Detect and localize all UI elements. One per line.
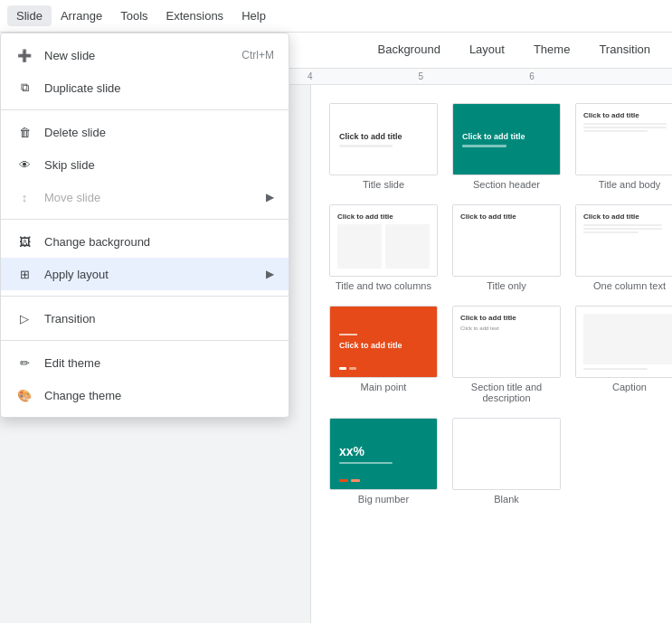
layout-thumb-title-slide: Click to add title <box>329 103 438 175</box>
menu-help[interactable]: Help <box>232 5 275 26</box>
theme-button[interactable]: Theme <box>519 37 584 63</box>
change-background-icon: 🖼 <box>15 232 33 250</box>
layout-label-caption: Caption <box>612 382 647 392</box>
apply-layout-label: Apply layout <box>44 268 255 281</box>
divider-1 <box>1 109 289 110</box>
thumb-big-number-text: xx% <box>339 444 428 458</box>
menu-item-duplicate-slide[interactable]: ⧉ Duplicate slide <box>1 71 289 104</box>
new-slide-shortcut: Ctrl+M <box>241 49 274 61</box>
menu-arrange[interactable]: Arrange <box>52 5 111 26</box>
change-theme-label: Change theme <box>44 389 274 402</box>
thumb-section-sub <box>462 145 506 147</box>
layout-item-main-point[interactable]: Click to add title Main point <box>326 302 441 407</box>
layout-thumb-section-desc: Click to add title Click to add text <box>452 306 561 378</box>
delete-slide-icon: 🗑 <box>15 123 33 141</box>
menu-item-apply-layout[interactable]: ⊞ Apply layout ▶ <box>1 258 289 290</box>
layout-item-blank[interactable]: Blank <box>449 414 564 508</box>
new-slide-label: New slide <box>44 49 231 62</box>
menu-bar: Slide Arrange Tools Extensions Help <box>0 0 672 33</box>
layout-thumb-big-number: xx% <box>329 418 438 490</box>
layout-label-two-col: Title and two columns <box>336 280 431 291</box>
divider-4 <box>1 340 289 341</box>
thumb-two-col-title: Click to add title <box>337 212 430 221</box>
layout-label-title-slide: Title slide <box>363 179 404 190</box>
layout-thumb-two-col: Click to add title <box>329 204 438 277</box>
thumb-section-desc-title: Click to add title <box>460 314 553 322</box>
layout-panel: Click to add title Title slide Click to … <box>310 85 672 623</box>
thumb-section-desc-text: Click to add text <box>460 326 553 331</box>
thumb-body-title: Click to add title <box>583 111 672 119</box>
layout-thumb-title-only: Click to add title <box>452 204 561 277</box>
duplicate-slide-icon: ⧉ <box>15 79 33 97</box>
layout-label-title-only: Title only <box>487 280 526 291</box>
change-theme-icon: 🎨 <box>15 386 33 404</box>
layout-item-caption[interactable]: Caption <box>572 302 672 407</box>
new-slide-icon: ➕ <box>15 46 33 64</box>
layout-thumb-blank <box>452 418 561 490</box>
transition-icon: ▷ <box>15 309 33 327</box>
layout-thumb-one-col: Click to add title <box>575 204 672 277</box>
apply-layout-arrow: ▶ <box>266 268 274 280</box>
skip-slide-icon: 👁 <box>15 156 33 174</box>
ruler-mark-6: 6 <box>529 71 535 81</box>
ruler-mark-4: 4 <box>308 71 313 81</box>
menu-item-delete-slide[interactable]: 🗑 Delete slide <box>1 116 289 148</box>
layout-thumb-caption <box>575 306 672 378</box>
transition-button[interactable]: Transition <box>584 37 665 63</box>
layout-label-one-col: One column text <box>593 280 666 291</box>
delete-slide-label: Delete slide <box>44 126 274 139</box>
menu-item-new-slide[interactable]: ➕ New slide Ctrl+M <box>1 39 289 71</box>
divider-3 <box>1 296 289 297</box>
divider-2 <box>1 219 289 220</box>
thumb-section-title: Click to add title <box>462 132 551 141</box>
layout-label-title-body: Title and body <box>599 179 661 190</box>
change-background-label: Change background <box>44 235 274 249</box>
toolbar-right-buttons: Background Layout Theme Transition <box>363 37 665 63</box>
layout-label-big-number: Big number <box>358 494 409 505</box>
menu-item-edit-theme[interactable]: ✏ Edit theme <box>1 346 289 379</box>
thumb-title-only-text: Click to add title <box>460 212 553 221</box>
edit-theme-label: Edit theme <box>44 356 274 370</box>
layout-button[interactable]: Layout <box>455 37 519 63</box>
menu-slide[interactable]: Slide <box>7 5 52 26</box>
layout-label-section-desc: Section title and description <box>452 382 561 403</box>
layout-item-title-body[interactable]: Click to add title Title and body <box>572 99 672 194</box>
layout-item-section-header[interactable]: Click to add title Section header <box>449 99 564 194</box>
layout-thumb-title-body: Click to add title <box>575 103 672 175</box>
ruler-mark-5: 5 <box>419 71 424 81</box>
background-button[interactable]: Background <box>363 37 454 63</box>
layout-thumb-section-header: Click to add title <box>452 103 561 175</box>
layout-item-title-slide[interactable]: Click to add title Title slide <box>326 99 441 194</box>
menu-item-transition[interactable]: ▷ Transition <box>1 302 289 335</box>
menu-item-change-theme[interactable]: 🎨 Change theme <box>1 379 289 411</box>
duplicate-slide-label: Duplicate slide <box>44 81 274 95</box>
layout-label-main-point: Main point <box>361 382 407 392</box>
layout-label-section-header: Section header <box>473 179 540 190</box>
slide-dropdown-menu: ➕ New slide Ctrl+M ⧉ Duplicate slide 🗑 D… <box>0 33 289 418</box>
thumb-sub-line <box>339 145 393 147</box>
skip-slide-label: Skip slide <box>44 158 274 172</box>
menu-extensions[interactable]: Extensions <box>157 5 233 26</box>
layout-item-big-number[interactable]: xx% Big number <box>326 414 441 508</box>
apply-layout-icon: ⊞ <box>15 265 33 283</box>
thumb-main-point-title: Click to add title <box>339 341 428 350</box>
thumb-one-col-title: Click to add title <box>583 212 672 221</box>
edit-theme-icon: ✏ <box>15 354 33 372</box>
menu-tools[interactable]: Tools <box>111 5 156 26</box>
layout-label-blank: Blank <box>494 494 519 505</box>
menu-item-skip-slide[interactable]: 👁 Skip slide <box>1 148 289 181</box>
layout-item-one-col[interactable]: Click to add title One column text <box>572 201 672 295</box>
move-slide-arrow: ▶ <box>266 191 274 203</box>
move-slide-label: Move slide <box>44 191 255 204</box>
move-slide-icon: ↕ <box>15 188 33 206</box>
thumb-title-text: Click to add title <box>339 132 428 141</box>
layout-thumb-main-point: Click to add title <box>329 306 438 378</box>
transition-label: Transition <box>44 312 274 326</box>
layout-item-two-col[interactable]: Click to add title Title and two columns <box>326 201 441 295</box>
layout-item-title-only[interactable]: Click to add title Title only <box>449 201 564 295</box>
menu-item-change-background[interactable]: 🖼 Change background <box>1 225 289 258</box>
menu-item-move-slide: ↕ Move slide ▶ <box>1 181 289 213</box>
layout-item-section-desc[interactable]: Click to add title Click to add text Sec… <box>449 302 564 407</box>
